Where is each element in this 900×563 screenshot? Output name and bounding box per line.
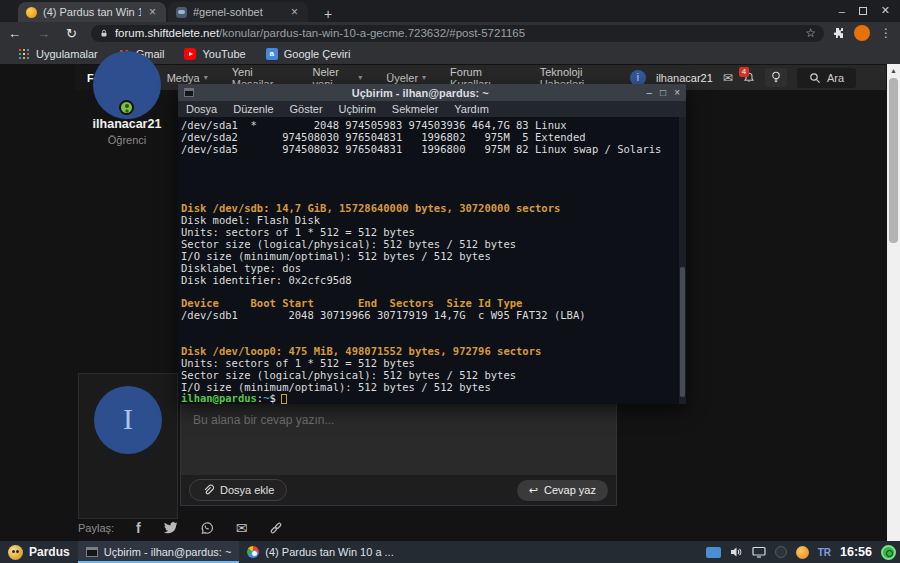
terminal-menu-u-birim[interactable]: Uçbirim	[339, 103, 376, 115]
online-status-icon	[119, 100, 134, 115]
update-indicator-icon[interactable]	[881, 545, 896, 560]
scrollbar-thumb[interactable]	[889, 78, 898, 243]
reply-submit-label: Cevap yaz	[544, 484, 596, 496]
reply-textarea[interactable]	[181, 403, 616, 475]
address-bar[interactable]: forum.shiftdelete.net/konular/pardus-tan…	[91, 25, 824, 42]
prompt-symbol: $	[270, 392, 276, 404]
terminal-app-icon	[184, 88, 194, 97]
tab-close-icon[interactable]: ×	[147, 5, 158, 19]
terminal-titlebar[interactable]: Uçbirim - ilhan@pardus: ~ – □ ×	[178, 84, 686, 101]
chevron-down-icon: ▾	[204, 73, 208, 82]
bookmark-youtube[interactable]: YouTube	[176, 48, 253, 60]
taskbar-window-terminal[interactable]: Uçbirim - ilhan@pardus: ~	[78, 541, 240, 563]
terminal-menu-d-zenle[interactable]: Düzenle	[233, 103, 273, 115]
new-tab-button[interactable]: +	[318, 6, 338, 22]
messages-envelope-icon[interactable]: ✉	[723, 71, 733, 85]
prompt-user: ilhan@pardus	[181, 392, 257, 404]
whatsapp-icon[interactable]	[200, 521, 214, 535]
maximize-button[interactable]	[859, 7, 867, 15]
nav-item-label: Medya	[167, 72, 200, 84]
volume-icon[interactable]	[730, 546, 743, 558]
browser-toolbar: ← → ↻ forum.shiftdelete.net/konular/pard…	[0, 22, 900, 44]
terminal-body[interactable]: /dev/sda1 * 2048 974505983 974503936 464…	[178, 117, 686, 404]
terminal-line: Units: sectors of 1 * 512 = 512 bytes	[181, 358, 686, 370]
tab-forum[interactable]: (4) Pardus tan Win 10 a ge ×	[18, 2, 166, 22]
browser-menu-icon[interactable]: ⋮	[880, 26, 900, 40]
applications-menu-label: Pardus	[29, 545, 70, 559]
share-row: Paylaş: f ✉	[78, 520, 283, 536]
shiftdelete-favicon-icon	[26, 7, 37, 18]
chevron-down-icon: ▾	[358, 73, 362, 82]
reply-submit-button[interactable]: ↩ Cevap yaz	[517, 480, 608, 501]
keyboard-layout-indicator[interactable]: TR	[818, 547, 831, 558]
terminal-line: I/O size (minimum/optimal): 512 bytes / …	[181, 251, 686, 263]
extensions-puzzle-icon[interactable]	[832, 27, 844, 39]
applications-menu-button[interactable]: Pardus	[0, 545, 78, 560]
pardus-logo-icon	[8, 545, 23, 560]
power-manager-icon[interactable]	[775, 546, 787, 558]
terminal-line: /dev/sdb1 2048 30719966 30717919 14,7G c…	[181, 310, 686, 322]
facebook-icon[interactable]: f	[136, 520, 141, 536]
forward-button[interactable]: →	[29, 26, 58, 41]
terminal-prompt: ilhan@pardus:~$	[178, 393, 686, 404]
link-icon[interactable]	[269, 521, 283, 535]
scroll-up-icon[interactable]: ▲	[887, 64, 900, 74]
account-username[interactable]: ilhanacar21	[656, 72, 713, 84]
back-button[interactable]: ←	[0, 26, 29, 41]
notifications-button[interactable]: 4	[743, 72, 755, 84]
attach-file-button[interactable]: Dosya ekle	[189, 479, 287, 501]
tab-genel-sohbet[interactable]: #genel-sohbet ×	[168, 2, 308, 22]
desktop: (4) Pardus tan Win 10 a ge × #genel-sohb…	[0, 0, 900, 563]
clock[interactable]: 16:56	[840, 545, 872, 559]
search-button[interactable]: Ara	[797, 68, 856, 88]
paperclip-icon	[202, 484, 214, 496]
nav-item-label: Üyeler	[386, 72, 418, 84]
bookmark-google-eviri[interactable]: aGoogle Çeviri	[258, 48, 359, 60]
terminal-line	[181, 156, 686, 168]
translate-icon: a	[266, 48, 278, 60]
terminal-maximize-button[interactable]: □	[660, 87, 666, 98]
share-label: Paylaş:	[78, 522, 114, 534]
taskbar: Pardus Uçbirim - ilhan@pardus: ~ (4) Par…	[0, 541, 900, 563]
lock-icon	[99, 28, 109, 39]
terminal-line: Sector size (logical/physical): 512 byte…	[181, 370, 686, 382]
author-name[interactable]: ilhanacar21	[75, 117, 179, 131]
bookmark-label: Google Çeviri	[284, 48, 351, 60]
terminal-close-button[interactable]: ×	[674, 87, 680, 98]
notification-badge: 4	[739, 67, 749, 77]
taskbar-window-label: Uçbirim - ilhan@pardus: ~	[104, 546, 232, 558]
minimize-button[interactable]: –	[839, 5, 845, 17]
terminal-line	[181, 168, 686, 180]
display-icon[interactable]	[752, 546, 766, 558]
taskbar-window-browser[interactable]: (4) Pardus tan Win 10 a ...	[239, 541, 401, 563]
close-button[interactable]: ✕	[881, 4, 890, 17]
terminal-menu-dosya[interactable]: Dosya	[186, 103, 217, 115]
terminal-scrollbar-thumb[interactable]	[680, 267, 685, 397]
twitter-icon[interactable]	[163, 522, 178, 535]
terminal-menubar: DosyaDüzenleGösterUçbirimSekmelerYardım	[178, 101, 686, 117]
workspace-icon[interactable]	[706, 547, 721, 558]
terminal-menu-yard-m[interactable]: Yardım	[454, 103, 489, 115]
profile-avatar[interactable]	[854, 25, 870, 41]
notes-app-icon[interactable]	[796, 546, 809, 559]
bookmark-star-icon[interactable]: ☆	[805, 26, 816, 40]
author-role: Öğrenci	[75, 134, 179, 146]
terminal-menu-sekmeler[interactable]: Sekmeler	[392, 103, 438, 115]
terminal-minimize-button[interactable]: –	[647, 87, 653, 98]
theme-toggle-button[interactable]	[765, 68, 787, 87]
bookmark-label: YouTube	[202, 48, 245, 60]
bookmark-uygulamalar[interactable]: Uygulamalar	[10, 48, 106, 60]
page-scrollbar[interactable]: ▲	[887, 64, 900, 541]
email-share-icon[interactable]: ✉	[236, 520, 248, 536]
reload-button[interactable]: ↻	[58, 26, 85, 41]
terminal-title: Uçbirim - ilhan@pardus: ~	[194, 87, 647, 99]
reply-arrow-icon: ↩	[529, 484, 538, 497]
terminal-scrollbar[interactable]	[679, 117, 686, 404]
reply-avatar-panel: I	[78, 373, 178, 519]
terminal-line	[181, 179, 686, 191]
youtube-icon	[184, 48, 196, 60]
tab-close-icon[interactable]: ×	[289, 5, 300, 19]
terminal-menu-g-ster[interactable]: Göster	[290, 103, 323, 115]
bookmark-label: Uygulamalar	[36, 48, 98, 60]
chevron-down-icon: ▾	[422, 73, 426, 82]
